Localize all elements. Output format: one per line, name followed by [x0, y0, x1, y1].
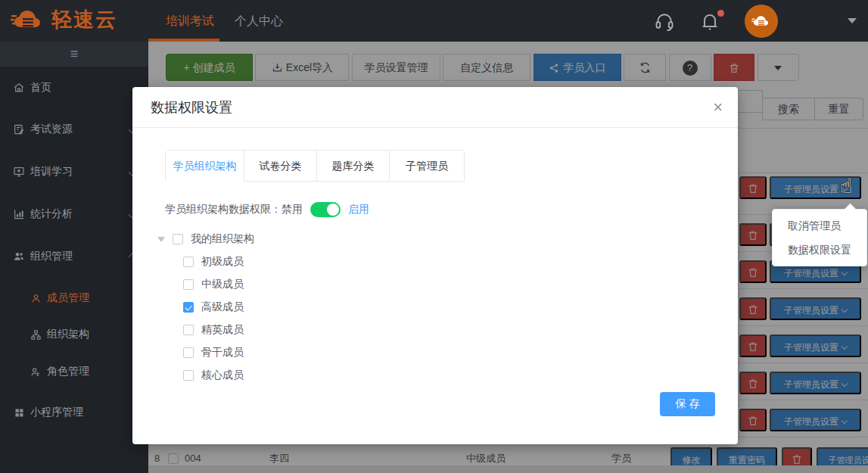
sidebar-item-label: 考试资源 [30, 123, 73, 136]
tree-item-checkbox[interactable] [183, 279, 194, 290]
sub-admin-dropdown-menu: 取消管理员 数据权限设置 [772, 209, 867, 266]
tab-training-exam[interactable]: 培训考试 [156, 0, 224, 42]
sidebar-item-label: 小程序管理 [30, 406, 83, 419]
sidebar-item-role-management[interactable]: 角色管理 [0, 356, 148, 387]
active-tab-underline [148, 39, 219, 42]
tab-sub-admin[interactable]: 子管理员 [390, 151, 464, 181]
tree-item-checkbox[interactable] [183, 257, 194, 267]
notification-badge-dot [717, 10, 724, 17]
toggle-knob [327, 204, 339, 216]
headset-icon[interactable] [654, 11, 675, 32]
save-button[interactable]: 保 存 [660, 392, 715, 416]
avatar[interactable] [745, 5, 778, 38]
tree-item-checkbox[interactable] [183, 302, 194, 313]
sidebar-item-label: 首页 [30, 81, 51, 95]
sidebar-item-label: 成员管理 [47, 291, 89, 305]
permission-toggle-row: 学员组织架构数据权限： 禁用 启用 [165, 201, 369, 219]
statistics-icon [12, 208, 26, 220]
tree-item: 精英成员 [183, 322, 244, 338]
sidebar-item-label: 培训学习 [30, 165, 73, 179]
org-structure-icon [29, 329, 42, 341]
organization-icon [12, 251, 26, 263]
sidebar: ≡ 首页 考试资源 培训学习 统计分析 [0, 42, 148, 473]
tree-item-label: 初级成员 [201, 255, 244, 269]
permission-label: 学员组织架构数据权限： [165, 203, 282, 216]
home-icon [12, 82, 26, 94]
tree-item-label: 中级成员 [201, 278, 244, 291]
exam-resources-icon [12, 123, 26, 135]
tree-item-label: 核心成员 [201, 369, 244, 382]
sidebar-item-member-management[interactable]: 成员管理 [0, 283, 148, 313]
cloud-logo-icon [11, 8, 45, 32]
avatar-dropdown-caret[interactable] [848, 18, 857, 23]
close-icon[interactable]: × [713, 98, 723, 117]
menu-item-data-permission[interactable]: 数据权限设置 [773, 238, 866, 262]
tree-item: 骨干成员 [183, 344, 244, 361]
sidebar-item-label: 组织管理 [30, 250, 73, 263]
sidebar-item-training-study[interactable]: 培训学习 [0, 157, 148, 187]
tree-item-label: 骨干成员 [201, 346, 244, 359]
disabled-label: 禁用 [282, 203, 303, 216]
topbar: 轻速云 培训考试 个人中心 [0, 0, 868, 42]
tree-item: 中级成员 [183, 276, 244, 293]
sidebar-item-label: 角色管理 [47, 365, 89, 378]
sidebar-collapse-button[interactable]: ≡ [0, 42, 148, 67]
sidebar-item-label: 统计分析 [30, 207, 73, 221]
training-study-icon [12, 166, 26, 178]
modal-title: 数据权限设置 [151, 87, 232, 128]
tree-item-label: 高级成员 [201, 300, 244, 314]
avatar-cloud-icon [751, 14, 771, 29]
sidebar-item-home[interactable]: 首页 [0, 73, 148, 103]
page: 轻速云 培训考试 个人中心 [0, 0, 868, 473]
tree-item-checkbox[interactable] [183, 325, 194, 335]
sidebar-item-exam-resources[interactable]: 考试资源 [0, 114, 148, 145]
tree-item-checkbox[interactable] [183, 370, 194, 381]
tree-item-checkbox[interactable] [183, 347, 194, 358]
tree-item-label: 精英成员 [201, 323, 244, 337]
tab-personal-center[interactable]: 个人中心 [235, 0, 283, 42]
org-tree-root: 我的组织架构 [157, 231, 254, 247]
role-icon [29, 366, 42, 378]
tab-paper-category[interactable]: 试卷分类 [244, 151, 317, 181]
tree-expand-caret-icon[interactable] [157, 237, 165, 242]
modal-header: 数据权限设置 × [132, 87, 738, 128]
tree-root-checkbox[interactable] [173, 234, 183, 244]
sidebar-item-statistics[interactable]: 统计分析 [0, 199, 148, 229]
mouse-cursor-icon: ☝ [840, 174, 852, 198]
logo-text: 轻速云 [51, 6, 117, 33]
sidebar-item-label: 组织架构 [47, 328, 89, 341]
tree-item: 初级成员 [183, 254, 244, 270]
sidebar-item-org-structure[interactable]: 组织架构 [0, 319, 148, 350]
tree-item: 高级成员 [183, 299, 244, 316]
sidebar-item-organization[interactable]: 组织管理 [0, 241, 148, 272]
tab-question-bank-category[interactable]: 题库分类 [317, 151, 390, 181]
app-logo[interactable]: 轻速云 [11, 6, 117, 33]
tab-student-org[interactable]: 学员组织架构 [166, 151, 244, 181]
modal-tabs: 学员组织架构 试卷分类 题库分类 子管理员 [165, 150, 465, 182]
permission-toggle[interactable] [310, 202, 341, 217]
menu-item-cancel-admin[interactable]: 取消管理员 [773, 213, 866, 238]
data-permission-modal: 数据权限设置 × 学员组织架构 试卷分类 题库分类 子管理员 学员组织架构数据权… [132, 87, 738, 444]
member-icon [29, 293, 42, 304]
tree-item: 核心成员 [183, 367, 244, 384]
enabled-label: 启用 [348, 203, 369, 216]
tree-root-label: 我的组织架构 [191, 232, 254, 246]
miniprogram-grid-icon [12, 407, 26, 419]
sidebar-item-miniprogram[interactable]: 小程序管理 [0, 397, 148, 428]
